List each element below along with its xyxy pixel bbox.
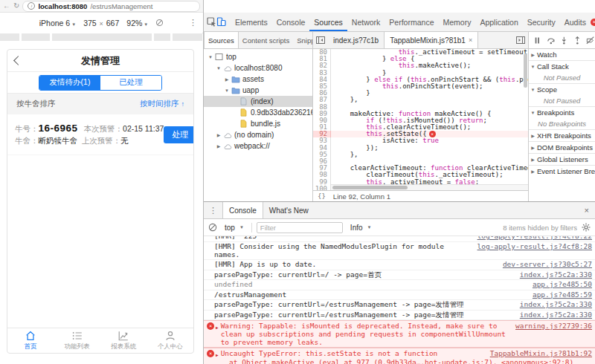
section-arrow[interactable]: ▶ — [529, 133, 537, 138]
error-count-badge[interactable]: ×4 — [591, 18, 595, 26]
code-line[interactable]: 96 — [313, 158, 528, 165]
tree-item-0-9db33dab2362162904d8-hot-[interactable]: 0.9db33dab2362162904d8.hot- — [204, 107, 312, 118]
code-line[interactable]: 86 } — [313, 90, 528, 97]
tree-expanded-arrow[interactable]: ▼ — [215, 66, 222, 71]
section-event-listener-breakpoints[interactable]: ▶Event Listener Breakpoints — [529, 165, 595, 177]
code-line[interactable]: 85 this.onPinchStart(event); — [313, 83, 528, 90]
console-source-link[interactable]: app.js?e485:50 — [525, 281, 592, 289]
code-line[interactable]: 98 clearTimeout(this._activeTimeout); — [313, 172, 528, 178]
console-source-link[interactable]: app.js?e485:59 — [525, 291, 592, 299]
code-line[interactable]: 82 this.makeActive(); — [313, 62, 528, 69]
sort-by-barn[interactable]: 按牛舍排序 — [16, 99, 56, 109]
code-line[interactable]: 84 } else if (this.onPinchStart && (this… — [313, 77, 528, 83]
tab-sources[interactable]: Sources — [309, 13, 347, 31]
reload-icon[interactable]: ↻ — [13, 2, 19, 10]
tab-memory[interactable]: Memory — [438, 13, 475, 31]
code-line[interactable]: 94 }); — [313, 145, 528, 152]
log-level-select[interactable]: Info▼ — [347, 224, 375, 232]
code-line[interactable]: 81 } else { — [313, 56, 528, 62]
code-line[interactable]: 93 isActive: true — [313, 137, 528, 144]
code-line[interactable]: 95 }, — [313, 152, 528, 158]
console-filter-input[interactable] — [257, 222, 343, 233]
tree-item-assets[interactable]: ▶assets — [204, 74, 312, 85]
tree-item-bundle-js[interactable]: bundle.js — [204, 118, 312, 129]
tab-application[interactable]: Application — [475, 13, 522, 31]
editor-tab-tappablemixin.js[interactable]: TappableMixin.js?81b1× — [384, 32, 478, 48]
tab-close-icon[interactable]: × — [469, 36, 472, 44]
section-arrow[interactable]: ▼ — [529, 88, 537, 92]
console-tab-what-s-new[interactable]: What's New — [263, 202, 315, 218]
back-icon[interactable]: ← — [3, 2, 10, 10]
section-arrow[interactable]: ▼ — [529, 111, 537, 115]
nav-item-home[interactable]: 首页 — [7, 328, 54, 353]
console-tab-console[interactable]: Console — [222, 202, 263, 218]
code-line[interactable]: 90 if (!this.isMounted()) return; — [313, 117, 528, 124]
tree-item--no-domain-[interactable]: ▶(no domain) — [204, 129, 312, 140]
expand-triangle-icon[interactable]: ▶ — [216, 351, 219, 359]
section-global-listeners[interactable]: ▶Global Listeners — [529, 153, 595, 165]
pause-icon[interactable] — [533, 36, 541, 45]
hide-navigator-icon[interactable] — [313, 32, 328, 48]
code-line[interactable]: 92 this.setState({× — [313, 131, 528, 137]
section-breakpoints[interactable]: ▼Breakpoints — [529, 106, 595, 118]
inspect-icon[interactable] — [207, 13, 216, 31]
code-line[interactable]: 89 makeActive: function makeActive() { — [313, 111, 528, 117]
section-arrow[interactable]: ▶ — [529, 52, 537, 57]
device-toolbar-menu-icon[interactable]: ⋮ — [189, 18, 197, 27]
tab-performance[interactable]: Performance — [385, 13, 438, 31]
sort-by-time[interactable]: 按时间排序 ↑ — [140, 99, 184, 109]
console-source-link[interactable]: TappableMixin.js?81b1:92 — [483, 349, 592, 357]
section-arrow[interactable]: ▶ — [529, 145, 537, 150]
tree-collapsed-arrow[interactable]: ▶ — [223, 77, 231, 82]
console-source-link[interactable]: log-apply-result.js?4cf8:28 — [470, 243, 592, 251]
show-sidebar-icon[interactable] — [513, 32, 528, 48]
console-source-link[interactable]: index.js?5c2a:330 — [512, 301, 592, 309]
code-line[interactable]: 87 }, — [313, 97, 528, 103]
editor-vertical-scrollbar[interactable] — [524, 53, 527, 88]
step-over-icon[interactable] — [547, 36, 556, 45]
tab-elements[interactable]: Elements — [231, 13, 272, 31]
navtab-content-scripts[interactable]: Content scripts — [239, 32, 293, 48]
pretty-print-icon[interactable]: {} — [318, 192, 326, 200]
viewport-size[interactable]: 375 × 667 — [83, 19, 119, 27]
tree-item-top[interactable]: ▼top — [204, 51, 312, 62]
tree-collapsed-arrow[interactable]: ▶ — [215, 143, 222, 149]
code-line[interactable]: 91 this.clearActiveTimeout(); — [313, 124, 528, 131]
tab-已处理[interactable]: 已处理 — [100, 76, 161, 90]
console-source-link[interactable]: warning.js?2739:36 — [508, 322, 592, 330]
step-out-icon[interactable] — [573, 36, 582, 45]
tab-发情待办(1)[interactable]: 发情待办(1) — [39, 76, 100, 90]
nav-item-user[interactable]: 个人中心 — [147, 328, 194, 353]
section-watch[interactable]: ▶Watch — [529, 49, 595, 60]
code-line[interactable]: 80 this._activeTimeout = setTimeout(t — [313, 49, 528, 56]
section-arrow[interactable]: ▶ — [529, 169, 537, 174]
device-toolbar-toggle-icon[interactable] — [216, 13, 226, 31]
line-number[interactable]: 100 — [313, 186, 331, 190]
zoom-select[interactable]: 92%▼ — [126, 19, 148, 27]
execution-context-select[interactable]: top▼ — [222, 224, 247, 232]
tree-collapsed-arrow[interactable]: ▶ — [215, 132, 222, 137]
console-source-link[interactable]: index.js?5c2a:330 — [512, 311, 592, 319]
handle-button[interactable]: 处理 — [164, 126, 194, 143]
tree-expanded-arrow[interactable]: ▼ — [223, 88, 231, 93]
code-line[interactable]: 83 } — [313, 70, 528, 77]
editor-tab-index.js[interactable]: index.js?7c1b — [328, 32, 384, 48]
section-xhr-breakpoints[interactable]: ▶XHR Breakpoints — [529, 129, 595, 141]
editor-horizontal-scrollbar[interactable] — [331, 184, 528, 190]
navtab-snippets[interactable]: Snippets — [293, 32, 312, 48]
tree-item--index-[interactable]: (index) — [204, 96, 312, 107]
tree-item-webpack-[interactable]: ▶webpack:// — [204, 140, 312, 152]
tree-item-uapp[interactable]: ▼uapp — [204, 85, 312, 96]
code-line[interactable]: 97 clearActiveTimeout: function clearAct… — [313, 165, 528, 172]
tab-security[interactable]: Security — [523, 13, 560, 31]
nav-item-chart[interactable]: 报表系统 — [100, 328, 147, 353]
drawer-close-icon[interactable]: × — [579, 206, 595, 215]
clear-console-icon[interactable] — [208, 223, 217, 232]
console-source-link[interactable]: index.js?5c2a:330 — [512, 271, 592, 279]
section-call-stack[interactable]: ▼Call Stack — [529, 60, 595, 72]
tab-network[interactable]: Network — [347, 13, 385, 31]
tree-expanded-arrow[interactable]: ▼ — [207, 55, 214, 59]
console-settings-icon[interactable] — [582, 223, 591, 232]
console-source-link[interactable]: log-apply-result.js?4cf8:22 — [470, 236, 592, 241]
section-scope[interactable]: ▼Scope — [529, 83, 595, 95]
